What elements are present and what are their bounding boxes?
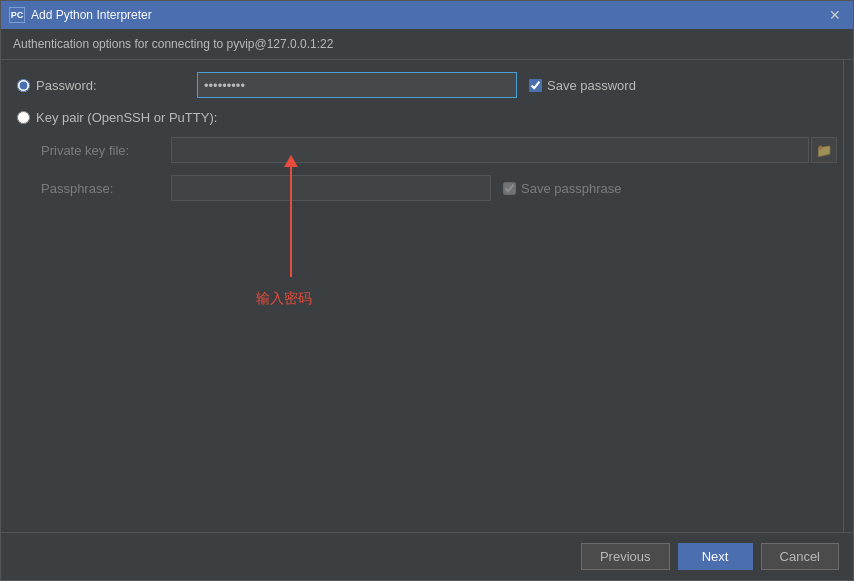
keypair-row: Key pair (OpenSSH or PuTTY):	[17, 110, 837, 125]
save-password-checkbox[interactable]	[529, 79, 542, 92]
cancel-button[interactable]: Cancel	[761, 543, 839, 570]
dialog: PC Add Python Interpreter ✕ Authenticati…	[0, 0, 854, 581]
password-row: Password: Save password	[17, 72, 837, 98]
private-key-input[interactable]	[171, 137, 809, 163]
password-radio[interactable]	[17, 79, 30, 92]
save-passphrase-label[interactable]: Save passphrase	[503, 181, 621, 196]
passphrase-input[interactable]	[171, 175, 491, 201]
password-input[interactable]	[197, 72, 517, 98]
annotation-arrow	[271, 155, 298, 277]
dialog-title: Add Python Interpreter	[31, 8, 825, 22]
private-key-label: Private key file:	[41, 143, 171, 158]
passphrase-label: Passphrase:	[41, 181, 171, 196]
content-area: Password: Save password Key pair (OpenSS…	[1, 60, 853, 532]
keypair-radio-label[interactable]: Key pair (OpenSSH or PuTTY):	[17, 110, 217, 125]
password-label: Password:	[36, 78, 97, 93]
previous-button[interactable]: Previous	[581, 543, 670, 570]
passphrase-row: Passphrase: Save passphrase	[17, 175, 837, 201]
save-password-label[interactable]: Save password	[529, 78, 636, 93]
app-icon: PC	[9, 7, 25, 23]
keypair-label: Key pair (OpenSSH or PuTTY):	[36, 110, 217, 125]
annotation-text: 输入密码	[256, 290, 312, 308]
private-key-input-group: 📁	[171, 137, 837, 163]
save-passphrase-text: Save passphrase	[521, 181, 621, 196]
footer: Previous Next Cancel	[1, 532, 853, 580]
browse-button[interactable]: 📁	[811, 137, 837, 163]
next-button[interactable]: Next	[678, 543, 753, 570]
scrollbar[interactable]	[843, 60, 853, 532]
save-passphrase-checkbox[interactable]	[503, 182, 516, 195]
close-button[interactable]: ✕	[825, 5, 845, 25]
title-bar: PC Add Python Interpreter ✕	[1, 1, 853, 29]
folder-icon: 📁	[816, 143, 832, 158]
save-password-text: Save password	[547, 78, 636, 93]
keypair-radio[interactable]	[17, 111, 30, 124]
subtitle: Authentication options for connecting to…	[1, 29, 853, 60]
password-radio-label[interactable]: Password:	[17, 78, 197, 93]
private-key-row: Private key file: 📁	[17, 137, 837, 163]
